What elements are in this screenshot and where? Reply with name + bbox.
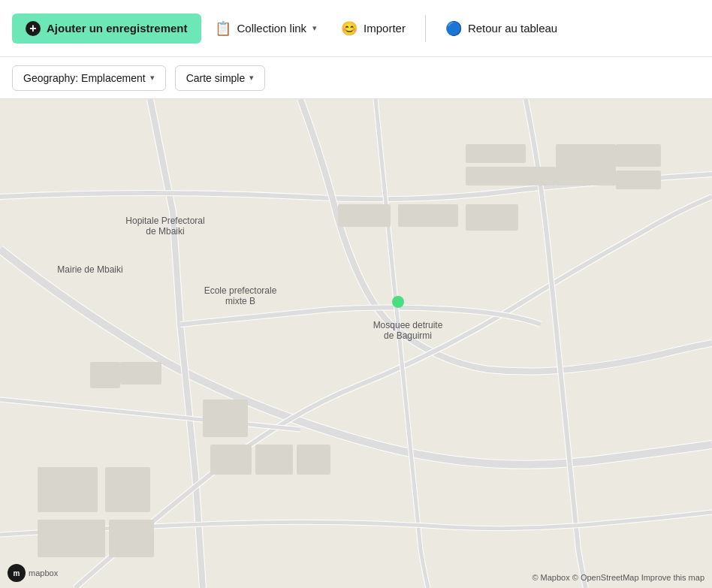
import-button[interactable]: 😊 Importer xyxy=(330,13,416,44)
geography-filter-button[interactable]: Geography: Emplacement ▾ xyxy=(12,65,166,91)
retour-label: Retour au tableau xyxy=(468,22,557,35)
collection-link-icon: 📋 xyxy=(215,20,231,37)
collection-link-label: Collection link xyxy=(237,22,307,35)
attribution-text: © Mapbox © OpenStreetMap Improve this ma… xyxy=(532,573,704,582)
map-marker[interactable] xyxy=(392,296,404,308)
map-container[interactable]: Hopitale Prefectoralde Mbaiki Mairie de … xyxy=(0,99,712,588)
map-svg xyxy=(0,99,712,588)
import-label: Importer xyxy=(364,22,406,35)
toolbar-divider xyxy=(425,15,426,42)
svg-rect-8 xyxy=(466,167,556,185)
collection-link-button[interactable]: 📋 Collection link ▾ xyxy=(204,13,328,44)
svg-rect-6 xyxy=(210,445,252,475)
svg-rect-5 xyxy=(297,445,330,475)
add-record-button[interactable]: + Ajouter un enregistrement xyxy=(12,14,201,44)
chevron-down-icon: ▾ xyxy=(312,23,317,33)
svg-rect-13 xyxy=(398,204,458,227)
import-icon: 😊 xyxy=(341,20,358,37)
svg-rect-7 xyxy=(466,144,526,163)
svg-rect-17 xyxy=(38,520,105,557)
geography-filter-label: Geography: Emplacement xyxy=(23,72,146,84)
mapbox-logo: m mapbox xyxy=(8,564,58,582)
svg-rect-14 xyxy=(466,204,518,231)
mapbox-logo-icon: m xyxy=(8,564,26,582)
map-style-chevron-icon: ▾ xyxy=(249,73,254,83)
svg-rect-2 xyxy=(90,362,120,388)
svg-rect-11 xyxy=(616,170,661,189)
svg-rect-18 xyxy=(109,520,154,557)
svg-rect-16 xyxy=(105,467,150,512)
filter-bar: Geography: Emplacement ▾ Carte simple ▾ xyxy=(0,57,712,99)
svg-rect-9 xyxy=(556,144,616,185)
add-record-label: Ajouter un enregistrement xyxy=(47,22,188,35)
svg-rect-10 xyxy=(616,144,661,167)
svg-rect-4 xyxy=(255,445,293,475)
toolbar: + Ajouter un enregistrement 📋 Collection… xyxy=(0,0,712,57)
svg-rect-15 xyxy=(38,467,98,512)
map-attribution: © Mapbox © OpenStreetMap Improve this ma… xyxy=(532,573,704,582)
retour-button[interactable]: 🔵 Retour au tableau xyxy=(435,13,568,44)
svg-rect-12 xyxy=(338,204,391,227)
map-style-label: Carte simple xyxy=(186,72,246,84)
geography-chevron-icon: ▾ xyxy=(150,73,155,83)
mapbox-logo-text: mapbox xyxy=(29,568,58,577)
plus-icon: + xyxy=(26,21,41,36)
map-style-button[interactable]: Carte simple ▾ xyxy=(175,65,266,91)
svg-rect-3 xyxy=(120,362,161,384)
retour-icon: 🔵 xyxy=(445,20,462,37)
svg-rect-1 xyxy=(203,400,248,437)
